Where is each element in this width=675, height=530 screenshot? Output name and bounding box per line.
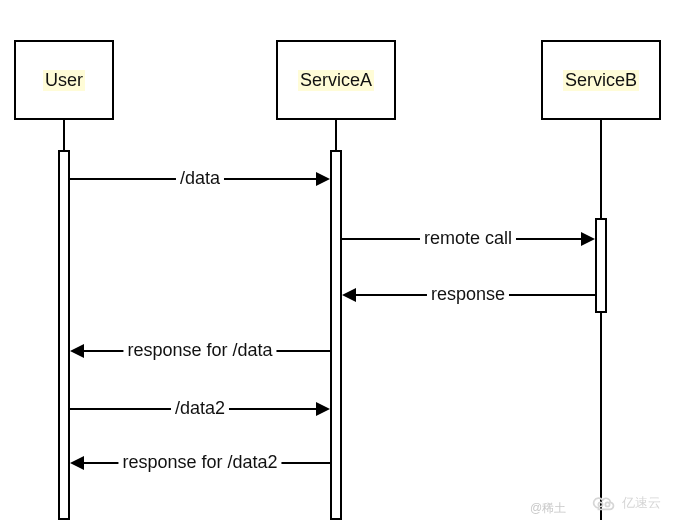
cloud-icon bbox=[590, 494, 618, 512]
participant-user-label: User bbox=[43, 70, 85, 91]
brand-logo: 亿速云 bbox=[590, 494, 661, 512]
activation-servicea-1 bbox=[330, 150, 342, 520]
message-label: remote call bbox=[420, 228, 516, 249]
arrowhead-right-icon bbox=[581, 232, 595, 246]
arrowhead-left-icon bbox=[342, 288, 356, 302]
arrowhead-right-icon bbox=[316, 172, 330, 186]
arrowhead-left-icon bbox=[70, 456, 84, 470]
message-label: response for /data bbox=[123, 340, 276, 361]
participant-serviceb: ServiceB bbox=[541, 40, 661, 120]
message-label: /data2 bbox=[171, 398, 229, 419]
participant-serviceb-label: ServiceB bbox=[563, 70, 639, 91]
svg-point-1 bbox=[605, 502, 609, 506]
participant-servicea: ServiceA bbox=[276, 40, 396, 120]
participant-user: User bbox=[14, 40, 114, 120]
message-label: response for /data2 bbox=[118, 452, 281, 473]
activation-user-1 bbox=[58, 150, 70, 520]
lifeline-serviceb bbox=[600, 120, 602, 520]
arrowhead-left-icon bbox=[70, 344, 84, 358]
svg-point-0 bbox=[598, 502, 602, 506]
activation-serviceb-1 bbox=[595, 218, 607, 313]
message-label: response bbox=[427, 284, 509, 305]
watermark-text: @稀土 bbox=[530, 500, 566, 517]
message-label: /data bbox=[176, 168, 224, 189]
brand-logo-text: 亿速云 bbox=[622, 494, 661, 512]
arrowhead-right-icon bbox=[316, 402, 330, 416]
participant-servicea-label: ServiceA bbox=[298, 70, 374, 91]
